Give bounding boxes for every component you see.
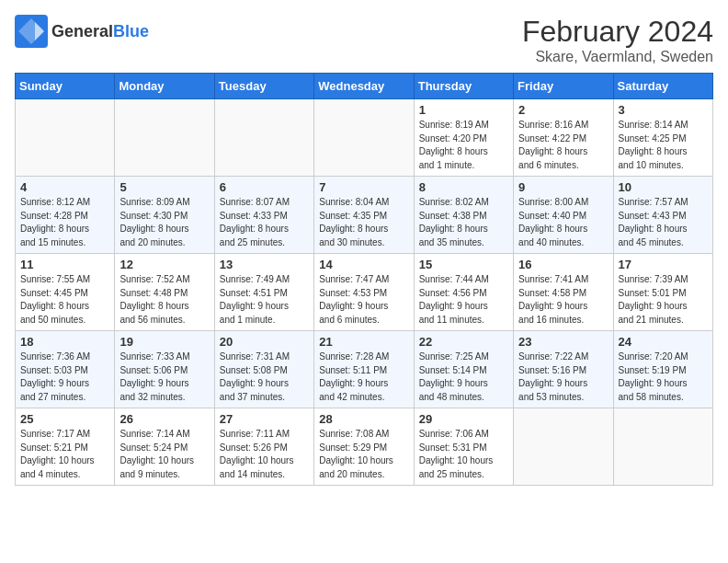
day-number: 3 (619, 103, 708, 117)
main-title: February 2024 (522, 15, 713, 49)
calendar-cell: 14Sunrise: 7:47 AM Sunset: 4:53 PM Dayli… (314, 254, 414, 331)
calendar-cell: 9Sunrise: 8:00 AM Sunset: 4:40 PM Daylig… (514, 177, 613, 254)
calendar-cell: 22Sunrise: 7:25 AM Sunset: 5:14 PM Dayli… (414, 331, 513, 408)
calendar-cell: 8Sunrise: 8:02 AM Sunset: 4:38 PM Daylig… (414, 177, 513, 254)
weekday-header-sunday: Sunday (16, 74, 115, 99)
calendar-cell (16, 99, 115, 177)
calendar-cell: 1Sunrise: 8:19 AM Sunset: 4:20 PM Daylig… (414, 99, 513, 177)
day-number: 8 (419, 180, 508, 194)
day-info: Sunrise: 7:11 AM Sunset: 5:26 PM Dayligh… (220, 428, 309, 481)
calendar-cell (514, 408, 613, 486)
day-number: 25 (20, 412, 109, 426)
sub-title: Skare, Vaermland, Sweden (522, 49, 713, 65)
weekday-header-saturday: Saturday (613, 74, 712, 99)
day-info: Sunrise: 8:00 AM Sunset: 4:40 PM Dayligh… (518, 196, 608, 249)
day-number: 16 (518, 258, 608, 271)
calendar-header-row: SundayMondayTuesdayWednesdayThursdayFrid… (16, 74, 713, 99)
day-info: Sunrise: 7:22 AM Sunset: 5:16 PM Dayligh… (518, 350, 608, 404)
calendar-cell (214, 99, 313, 177)
calendar-cell: 4Sunrise: 8:12 AM Sunset: 4:28 PM Daylig… (16, 177, 115, 254)
day-number: 9 (518, 180, 608, 194)
day-info: Sunrise: 8:19 AM Sunset: 4:20 PM Dayligh… (419, 119, 508, 172)
calendar-cell: 29Sunrise: 7:06 AM Sunset: 5:31 PM Dayli… (414, 408, 513, 486)
calendar-cell (613, 408, 712, 486)
day-number: 6 (220, 180, 309, 194)
day-info: Sunrise: 7:41 AM Sunset: 4:58 PM Dayligh… (518, 273, 608, 327)
logo-icon (15, 15, 48, 48)
day-info: Sunrise: 7:55 AM Sunset: 4:45 PM Dayligh… (20, 273, 109, 327)
weekday-header-friday: Friday (514, 74, 613, 99)
weekday-header-tuesday: Tuesday (214, 74, 313, 99)
day-info: Sunrise: 7:17 AM Sunset: 5:21 PM Dayligh… (20, 428, 109, 481)
calendar-cell: 10Sunrise: 7:57 AM Sunset: 4:43 PM Dayli… (613, 177, 712, 254)
day-info: Sunrise: 8:16 AM Sunset: 4:22 PM Dayligh… (518, 119, 608, 172)
day-info: Sunrise: 7:20 AM Sunset: 5:19 PM Dayligh… (619, 350, 708, 404)
calendar-cell (314, 99, 414, 177)
day-info: Sunrise: 7:49 AM Sunset: 4:51 PM Dayligh… (220, 273, 309, 327)
calendar-cell: 5Sunrise: 8:09 AM Sunset: 4:30 PM Daylig… (115, 177, 214, 254)
calendar-cell: 23Sunrise: 7:22 AM Sunset: 5:16 PM Dayli… (514, 331, 613, 408)
day-number: 19 (119, 335, 209, 349)
logo: GeneralBlue (15, 15, 149, 48)
calendar-week-row: 25Sunrise: 7:17 AM Sunset: 5:21 PM Dayli… (16, 408, 713, 486)
day-number: 29 (419, 412, 508, 426)
calendar-week-row: 4Sunrise: 8:12 AM Sunset: 4:28 PM Daylig… (16, 177, 713, 254)
day-info: Sunrise: 7:33 AM Sunset: 5:06 PM Dayligh… (119, 350, 209, 404)
calendar-cell: 3Sunrise: 8:14 AM Sunset: 4:25 PM Daylig… (613, 99, 712, 177)
calendar-cell: 27Sunrise: 7:11 AM Sunset: 5:26 PM Dayli… (214, 408, 313, 486)
day-number: 20 (220, 335, 309, 349)
day-info: Sunrise: 7:52 AM Sunset: 4:48 PM Dayligh… (119, 273, 209, 327)
day-info: Sunrise: 7:31 AM Sunset: 5:08 PM Dayligh… (220, 350, 309, 404)
day-number: 10 (619, 180, 708, 194)
day-info: Sunrise: 7:28 AM Sunset: 5:11 PM Dayligh… (319, 350, 408, 404)
day-info: Sunrise: 7:08 AM Sunset: 5:29 PM Dayligh… (319, 428, 408, 481)
calendar-cell: 18Sunrise: 7:36 AM Sunset: 5:03 PM Dayli… (16, 331, 115, 408)
day-info: Sunrise: 8:02 AM Sunset: 4:38 PM Dayligh… (419, 196, 508, 249)
calendar-cell: 16Sunrise: 7:41 AM Sunset: 4:58 PM Dayli… (514, 254, 613, 331)
logo-general: General (51, 22, 113, 40)
page-header: GeneralBlue February 2024 Skare, Vaermla… (15, 15, 713, 65)
calendar-cell: 2Sunrise: 8:16 AM Sunset: 4:22 PM Daylig… (514, 99, 613, 177)
calendar-week-row: 11Sunrise: 7:55 AM Sunset: 4:45 PM Dayli… (16, 254, 713, 331)
day-info: Sunrise: 7:44 AM Sunset: 4:56 PM Dayligh… (419, 273, 508, 327)
calendar-cell: 24Sunrise: 7:20 AM Sunset: 5:19 PM Dayli… (613, 331, 712, 408)
weekday-header-thursday: Thursday (414, 74, 513, 99)
title-block: February 2024 Skare, Vaermland, Sweden (522, 15, 713, 65)
calendar-table: SundayMondayTuesdayWednesdayThursdayFrid… (15, 73, 713, 486)
day-info: Sunrise: 7:25 AM Sunset: 5:14 PM Dayligh… (419, 350, 508, 404)
day-info: Sunrise: 8:14 AM Sunset: 4:25 PM Dayligh… (619, 119, 708, 172)
day-number: 24 (619, 335, 708, 349)
day-number: 13 (220, 258, 309, 271)
day-number: 5 (119, 180, 209, 194)
weekday-header-wednesday: Wednesday (314, 74, 414, 99)
calendar-cell (115, 99, 214, 177)
calendar-cell: 26Sunrise: 7:14 AM Sunset: 5:24 PM Dayli… (115, 408, 214, 486)
calendar-week-row: 18Sunrise: 7:36 AM Sunset: 5:03 PM Dayli… (16, 331, 713, 408)
day-number: 15 (419, 258, 508, 271)
calendar-cell: 7Sunrise: 8:04 AM Sunset: 4:35 PM Daylig… (314, 177, 414, 254)
day-info: Sunrise: 8:09 AM Sunset: 4:30 PM Dayligh… (119, 196, 209, 249)
day-number: 18 (20, 335, 109, 349)
calendar-cell: 11Sunrise: 7:55 AM Sunset: 4:45 PM Dayli… (16, 254, 115, 331)
weekday-header-monday: Monday (115, 74, 214, 99)
calendar-cell: 19Sunrise: 7:33 AM Sunset: 5:06 PM Dayli… (115, 331, 214, 408)
day-number: 14 (319, 258, 408, 271)
logo-blue: Blue (113, 22, 149, 40)
calendar-week-row: 1Sunrise: 8:19 AM Sunset: 4:20 PM Daylig… (16, 99, 713, 177)
day-number: 23 (518, 335, 608, 349)
day-number: 2 (518, 103, 608, 117)
calendar-cell: 28Sunrise: 7:08 AM Sunset: 5:29 PM Dayli… (314, 408, 414, 486)
calendar-cell: 25Sunrise: 7:17 AM Sunset: 5:21 PM Dayli… (16, 408, 115, 486)
day-info: Sunrise: 7:36 AM Sunset: 5:03 PM Dayligh… (20, 350, 109, 404)
day-number: 17 (619, 258, 708, 271)
day-number: 7 (319, 180, 408, 194)
day-info: Sunrise: 7:06 AM Sunset: 5:31 PM Dayligh… (419, 428, 508, 481)
day-info: Sunrise: 8:04 AM Sunset: 4:35 PM Dayligh… (319, 196, 408, 249)
calendar-cell: 20Sunrise: 7:31 AM Sunset: 5:08 PM Dayli… (214, 331, 313, 408)
day-number: 1 (419, 103, 508, 117)
day-info: Sunrise: 7:57 AM Sunset: 4:43 PM Dayligh… (619, 196, 708, 249)
day-info: Sunrise: 8:12 AM Sunset: 4:28 PM Dayligh… (20, 196, 109, 249)
calendar-cell: 15Sunrise: 7:44 AM Sunset: 4:56 PM Dayli… (414, 254, 513, 331)
day-info: Sunrise: 7:14 AM Sunset: 5:24 PM Dayligh… (119, 428, 209, 481)
day-number: 28 (319, 412, 408, 426)
